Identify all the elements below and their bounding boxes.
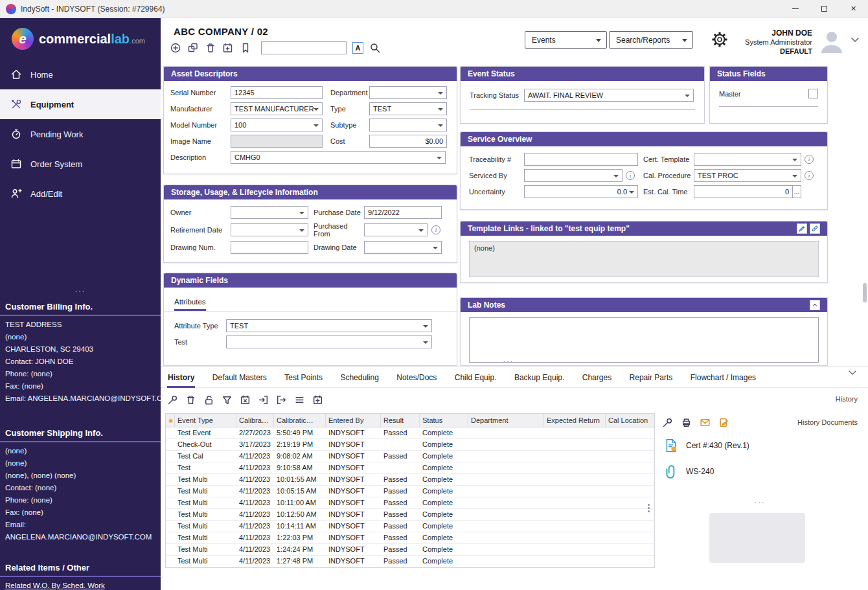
cert-template-select[interactable] <box>694 153 801 166</box>
column-expected-return[interactable]: Expected Return <box>544 414 606 427</box>
auto-filter-toggle[interactable]: A <box>352 42 363 54</box>
calendar-remove-icon[interactable] <box>240 394 251 405</box>
history-row[interactable]: Test Cal 4/11/2023 9:08:02 AM INDYSOFT P… <box>166 451 654 462</box>
minimize-button[interactable] <box>781 0 810 18</box>
tab-test-points[interactable]: Test Points <box>284 371 323 386</box>
history-row[interactable]: Test Multi 4/11/2023 10:14:11 AM INDYSOF… <box>166 521 654 532</box>
document-item-cert[interactable]: Cert #:430 (Rev.1) <box>657 429 863 455</box>
sidebar-item-home[interactable]: Home <box>0 60 161 89</box>
purchased-from-select[interactable] <box>364 223 428 236</box>
tab-notes-docs[interactable]: Notes/Docs <box>396 371 437 386</box>
attribute-type-select[interactable]: TEST <box>226 319 432 332</box>
search-input[interactable] <box>261 41 347 54</box>
tab-charges[interactable]: Charges <box>582 371 612 386</box>
column-department[interactable]: Department <box>468 414 544 427</box>
drawing-date-select[interactable] <box>364 241 442 254</box>
column-event-type[interactable]: Event Type <box>175 414 236 427</box>
uncertainty-select[interactable]: 0.0 <box>524 185 638 198</box>
serial-number-input[interactable]: 12345 <box>231 86 323 99</box>
row-indicator-column-icon[interactable]: ✱ <box>166 414 175 427</box>
serviced-by-info-icon[interactable]: i <box>626 171 635 180</box>
add-icon[interactable] <box>170 42 181 54</box>
sidebar-item-order-system[interactable]: Order System <box>0 149 161 179</box>
search-reports-dropdown[interactable]: Search/Reports <box>609 31 693 49</box>
filter-icon[interactable] <box>222 394 233 405</box>
vertical-scrollbar-thumb[interactable] <box>863 283 867 302</box>
sidebar-item-equipment[interactable]: Equipment <box>0 89 161 119</box>
history-row[interactable]: Test Multi 4/11/2023 1:22:03 PM INDYSOFT… <box>166 532 654 544</box>
tab-history[interactable]: History <box>167 371 195 388</box>
search-icon[interactable] <box>369 42 381 54</box>
owner-select[interactable] <box>231 206 308 219</box>
column-cal-location[interactable]: Cal Location <box>606 414 656 427</box>
avatar-icon[interactable] <box>817 27 846 55</box>
print-icon[interactable] <box>681 417 692 428</box>
history-row[interactable]: Test Multi 4/11/2023 1:27:48 PM INDYSOFT… <box>166 556 654 567</box>
maximize-button[interactable] <box>810 0 839 18</box>
user-menu-chevron-icon[interactable] <box>850 35 860 45</box>
column-calibration-date[interactable]: Calibra… <box>236 414 274 427</box>
unlock-icon[interactable] <box>203 394 214 405</box>
purchased-from-info-icon[interactable]: i <box>431 225 440 234</box>
history-row[interactable]: Check-Out 3/17/2023 2:19:19 PM INDYSOFT … <box>166 439 654 451</box>
close-button[interactable]: ✕ <box>839 0 868 18</box>
edit-note-icon[interactable] <box>718 417 729 428</box>
collapse-bottom-chevron-icon[interactable] <box>847 368 858 378</box>
cal-procedure-info-icon[interactable]: i <box>805 171 814 180</box>
serviced-by-select[interactable] <box>524 169 622 182</box>
cert-template-info-icon[interactable]: i <box>805 155 814 164</box>
events-dropdown[interactable]: Events <box>525 31 607 49</box>
edit-template-links-icon[interactable] <box>797 223 807 234</box>
related-wo-by-sched-work-link[interactable]: Related W.O. By Sched. Work <box>0 580 161 590</box>
sidebar-item-add-edit[interactable]: Add/Edit <box>0 179 161 209</box>
tab-flowchart-images[interactable]: Flowchart / Images <box>690 371 757 386</box>
tab-repair-parts[interactable]: Repair Parts <box>629 371 674 386</box>
subtype-select[interactable] <box>369 119 447 131</box>
history-row[interactable]: Test Multi 4/11/2023 10:12:50 AM INDYSOF… <box>166 509 654 521</box>
document-item-attachment[interactable]: WS-240 <box>657 455 863 481</box>
tab-attributes[interactable]: Attributes <box>174 298 206 311</box>
tab-default-masters[interactable]: Default Masters <box>212 371 268 386</box>
tools-icon[interactable] <box>662 417 673 428</box>
sidebar-item-pending-work[interactable]: Pending Work <box>0 119 161 149</box>
column-result[interactable]: Result <box>381 414 420 427</box>
history-row[interactable]: Test Event 2/27/2023 5:50:49 PM INDYSOFT… <box>166 427 654 439</box>
drawing-num-input[interactable] <box>231 241 308 254</box>
lab-notes-textarea[interactable] <box>469 317 819 363</box>
grid-splitter-handle[interactable] <box>648 503 650 514</box>
documents-splitter-handle[interactable]: ... <box>657 495 863 505</box>
tab-backup-equip[interactable]: Backup Equip. <box>514 371 565 386</box>
column-status[interactable]: Status <box>420 414 468 427</box>
purchase-date-input[interactable]: 9/12/2022 <box>364 206 442 219</box>
history-row[interactable]: Test Multi 4/11/2023 10:05:15 AM INDYSOF… <box>166 486 654 497</box>
description-select[interactable]: CMHG0 <box>231 151 446 164</box>
est-cal-time-more-button[interactable]: … <box>793 185 801 198</box>
manufacturer-select[interactable]: TEST MANUFACTURER <box>231 102 323 115</box>
list-icon[interactable] <box>294 394 305 405</box>
history-row[interactable]: Test Multi 4/11/2023 10:11:00 AM INDYSOF… <box>166 497 654 509</box>
cost-input[interactable]: $0.00 <box>369 135 447 148</box>
retirement-date-select[interactable] <box>231 223 308 236</box>
model-number-select[interactable]: 100 <box>231 119 323 131</box>
tracking-status-select[interactable]: AWAIT. FINAL REVIEW <box>524 89 694 102</box>
history-row[interactable]: Test Multi 4/11/2023 10:01:55 AM INDYSOF… <box>166 474 654 486</box>
check-in-icon[interactable] <box>258 394 269 405</box>
history-row[interactable]: Test 4/11/2023 9:10:58 AM INDYSOFT Compl… <box>166 462 654 474</box>
email-icon[interactable] <box>700 417 711 428</box>
tab-child-equip[interactable]: Child Equip. <box>454 371 497 386</box>
delete-event-icon[interactable] <box>185 394 196 405</box>
link-icon[interactable] <box>810 223 820 234</box>
est-cal-time-input[interactable]: 0 <box>694 185 793 198</box>
traceability-input[interactable] <box>524 153 638 166</box>
calendar-add-icon[interactable] <box>312 394 323 405</box>
department-select[interactable] <box>369 86 447 99</box>
column-calibration-time[interactable]: Calibratic… <box>274 414 326 427</box>
duplicate-icon[interactable] <box>187 42 199 54</box>
history-row[interactable]: Test Multi 4/11/2023 1:24:24 PM INDYSOFT… <box>166 544 654 556</box>
delete-icon[interactable] <box>205 42 216 54</box>
cal-procedure-select[interactable]: TEST PROC <box>694 169 801 182</box>
column-entered-by[interactable]: Entered By <box>326 414 381 427</box>
new-event-icon[interactable] <box>222 42 234 54</box>
sidebar-splitter-handle[interactable]: ... <box>0 285 161 294</box>
content-splitter-handle[interactable]: ... <box>496 354 521 364</box>
